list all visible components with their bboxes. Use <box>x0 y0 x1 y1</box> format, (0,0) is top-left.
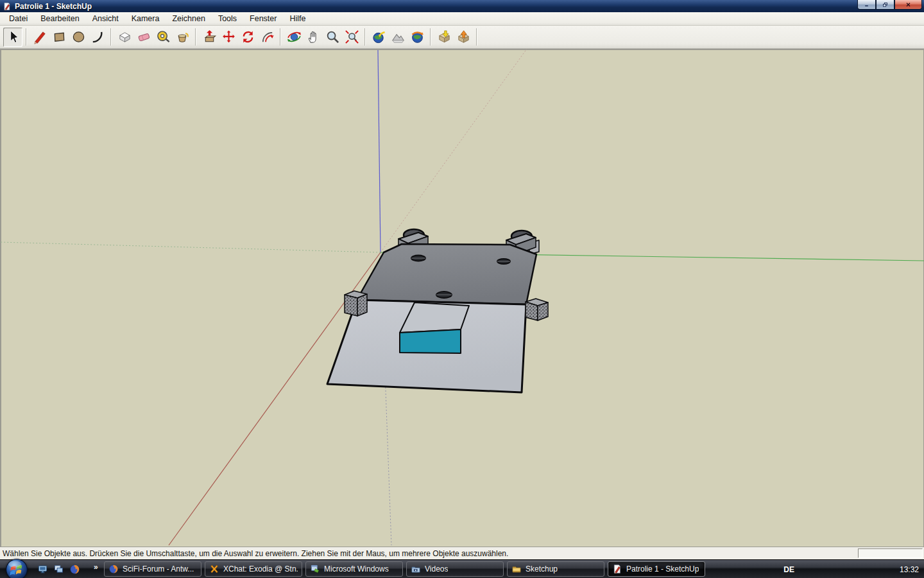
menu-datei[interactable]: Datei <box>3 13 34 24</box>
close-button[interactable] <box>894 0 922 10</box>
tray-xchat-icon[interactable] <box>823 565 833 575</box>
orbit-tool-button[interactable] <box>284 28 304 47</box>
tray-collapse-chevron[interactable] <box>800 566 807 574</box>
make-component-icon <box>117 30 132 44</box>
menu-hilfe[interactable]: Hilfe <box>283 13 312 24</box>
tray-volume-icon[interactable] <box>883 565 893 575</box>
folder-icon <box>511 564 522 574</box>
minimize-button[interactable] <box>857 0 876 10</box>
menu-kamera[interactable]: Kamera <box>125 13 166 24</box>
quicklaunch-firefox[interactable] <box>69 564 80 575</box>
task-videos[interactable]: Videos <box>406 561 504 577</box>
circle-icon <box>71 30 86 44</box>
menu-tools[interactable]: Tools <box>212 13 243 24</box>
line-tool-button[interactable] <box>30 28 49 47</box>
pan-icon <box>306 30 321 44</box>
select-tool-button[interactable] <box>3 28 22 47</box>
place-model-icon <box>410 30 425 44</box>
window-controls <box>857 0 922 10</box>
toolbar-separator <box>110 28 112 46</box>
quicklaunch-overflow-chevron[interactable]: » <box>89 563 98 572</box>
menu-zeichnen[interactable]: Zeichnen <box>166 13 211 24</box>
xchat-icon <box>209 564 219 574</box>
circle-tool-button[interactable] <box>69 28 88 47</box>
zoom-tool-button[interactable] <box>323 28 342 47</box>
window-title: Patrolie 1 - SketchUp <box>15 2 92 11</box>
place-model-button[interactable] <box>407 28 427 47</box>
titlebar: Patrolie 1 - SketchUp <box>0 0 924 12</box>
share-model-button[interactable] <box>454 28 473 47</box>
toggle-terrain-button[interactable] <box>388 28 407 47</box>
select-icon <box>6 30 21 44</box>
task-microsoft-windows[interactable]: Microsoft Windows <box>305 561 403 577</box>
task-sketchup-folder[interactable]: Sketchup <box>507 561 604 577</box>
switch-windows-icon <box>53 564 64 575</box>
quicklaunch-show-desktop[interactable] <box>37 564 48 575</box>
move-icon <box>221 30 236 44</box>
line-icon <box>33 30 47 44</box>
get-current-view-button[interactable] <box>369 28 388 47</box>
quicklaunch-switch-windows[interactable] <box>53 564 64 575</box>
arc-tool-button[interactable] <box>88 28 107 47</box>
task-xchat[interactable]: XChat: Exodia @ Stn... <box>205 561 302 577</box>
rectangle-icon <box>52 30 67 44</box>
zoom-icon <box>325 30 340 44</box>
paint-bucket-icon <box>175 30 190 44</box>
restore-button[interactable] <box>876 0 894 10</box>
eraser-tool-button[interactable] <box>134 28 153 47</box>
system-tray: DE 13:32 <box>783 560 921 578</box>
menubar: Datei Bearbeiten Ansicht Kamera Zeichnen… <box>0 12 924 26</box>
sketchup-app-icon <box>612 564 622 574</box>
toolbar <box>0 26 924 49</box>
3d-viewport[interactable] <box>0 49 924 547</box>
task-patrolie-sketchup[interactable]: Patrolie 1 - SketchUp <box>608 561 705 577</box>
rotate-tool-button[interactable] <box>238 28 257 47</box>
paint-bucket-tool-button[interactable] <box>173 28 192 47</box>
tray-updater-icon[interactable] <box>835 565 846 575</box>
quick-launch <box>37 560 80 578</box>
offset-icon <box>260 30 275 44</box>
model[interactable] <box>327 229 548 392</box>
eraser-icon <box>137 30 151 44</box>
toolbar-separator <box>364 28 366 46</box>
tray-power-icon[interactable] <box>857 565 868 575</box>
toggle-terrain-icon <box>391 30 406 44</box>
measurements-box[interactable] <box>858 548 923 558</box>
clock[interactable]: 13:32 <box>900 565 919 574</box>
share-model-icon <box>456 30 471 44</box>
toolbar-separator <box>476 28 477 46</box>
push-pull-tool-button[interactable] <box>200 28 219 47</box>
start-button[interactable] <box>5 558 28 578</box>
tray-network-icon[interactable] <box>870 565 880 575</box>
windows-setup-icon <box>310 564 320 574</box>
toolbar-separator <box>26 28 27 46</box>
status-message: Wählen Sie Objekte aus. Drücken Sie die … <box>3 549 508 558</box>
rectangle-tool-button[interactable] <box>49 28 69 47</box>
firefox-icon <box>108 564 119 574</box>
tray-icons <box>800 565 893 575</box>
firefox-icon <box>69 564 80 575</box>
task-buttons: SciFi-Forum - Antw... XChat: Exodia @ St… <box>104 561 705 577</box>
orbit-icon <box>287 30 302 44</box>
push-pull-icon <box>202 30 217 44</box>
viewport-svg <box>0 49 924 547</box>
tape-measure-tool-button[interactable] <box>153 28 173 47</box>
task-scifi-forum[interactable]: SciFi-Forum - Antw... <box>104 561 201 577</box>
zoom-extents-icon <box>345 30 359 44</box>
menu-bearbeiten[interactable]: Bearbeiten <box>34 13 85 24</box>
offset-tool-button[interactable] <box>257 28 277 47</box>
videos-folder-icon <box>411 564 421 574</box>
pan-tool-button[interactable] <box>304 28 323 47</box>
get-models-button[interactable] <box>434 28 454 47</box>
menu-fenster[interactable]: Fenster <box>243 13 283 24</box>
screen: Patrolie 1 - SketchUp Datei Bearbeiten A… <box>0 0 924 578</box>
show-desktop-icon <box>37 564 48 575</box>
statusbar: Wählen Sie Objekte aus. Drücken Sie die … <box>0 547 924 559</box>
arc-icon <box>90 30 105 44</box>
tray-green-check-icon[interactable] <box>810 565 820 575</box>
make-component-tool-button[interactable] <box>115 28 134 47</box>
move-tool-button[interactable] <box>219 28 238 47</box>
zoom-extents-tool-button[interactable] <box>342 28 361 47</box>
language-indicator[interactable]: DE <box>783 565 794 574</box>
menu-ansicht[interactable]: Ansicht <box>86 13 125 24</box>
